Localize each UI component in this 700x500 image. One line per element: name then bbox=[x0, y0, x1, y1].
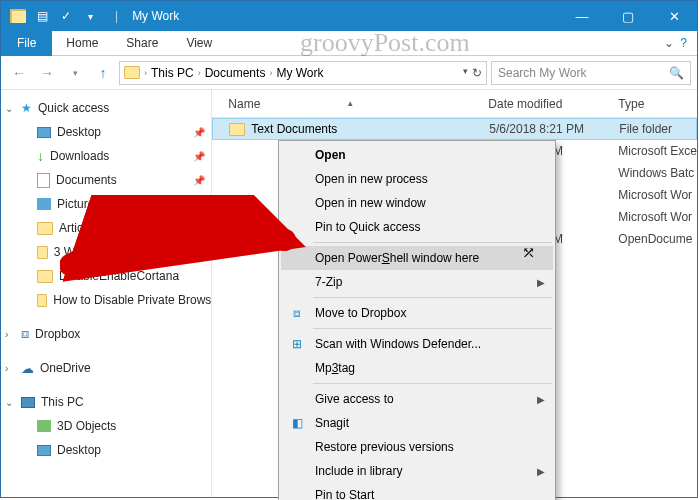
breadcrumb-mywork[interactable]: My Work bbox=[276, 66, 323, 80]
close-button[interactable]: ✕ bbox=[651, 1, 697, 31]
qa-down-icon[interactable]: ▾ bbox=[79, 5, 101, 27]
col-type[interactable]: Type bbox=[618, 97, 697, 111]
navigation-pane[interactable]: ⌄ ★ Quick access Desktop📌 ↓Downloads📌 Do… bbox=[1, 90, 212, 497]
file-name: Text Documents bbox=[251, 122, 337, 136]
separator-icon: | bbox=[115, 9, 118, 23]
menu-label: Mp3tag bbox=[315, 361, 355, 375]
snagit-icon: ◧ bbox=[288, 416, 306, 430]
col-name[interactable]: Name▲ bbox=[228, 97, 488, 111]
file-type: Microsoft Wor bbox=[618, 210, 697, 224]
tab-share[interactable]: Share bbox=[112, 31, 172, 56]
menu-label: Restore previous versions bbox=[315, 440, 454, 454]
chevron-right-icon[interactable]: › bbox=[144, 68, 147, 78]
pictures-icon bbox=[37, 198, 51, 210]
qa-new-icon[interactable]: ✓ bbox=[55, 5, 77, 27]
chevron-right-icon[interactable]: › bbox=[198, 68, 201, 78]
star-icon: ★ bbox=[21, 101, 32, 115]
qa-props-icon[interactable]: ▤ bbox=[31, 5, 53, 27]
tab-view[interactable]: View bbox=[172, 31, 226, 56]
folder-icon bbox=[124, 66, 140, 79]
sidebar-dropbox[interactable]: ›⧈Dropbox bbox=[1, 322, 211, 346]
help-icon[interactable]: ? bbox=[680, 36, 687, 50]
menu-item[interactable]: Open in new process bbox=[281, 167, 553, 191]
caret-down-icon[interactable]: ⌄ bbox=[5, 103, 15, 114]
tab-home[interactable]: Home bbox=[52, 31, 112, 56]
nav-back-button[interactable]: ← bbox=[7, 61, 31, 85]
menu-item[interactable]: ⧈Move to Dropbox bbox=[281, 301, 553, 325]
menu-label: Scan with Windows Defender... bbox=[315, 337, 481, 351]
titlebar: ▤ ✓ ▾ | My Work — ▢ ✕ bbox=[1, 1, 697, 31]
maximize-button[interactable]: ▢ bbox=[605, 1, 651, 31]
nav-recent-button[interactable]: ▾ bbox=[63, 61, 87, 85]
sort-asc-icon: ▲ bbox=[346, 99, 354, 108]
menu-label: Open in new process bbox=[315, 172, 428, 186]
sidebar-item-desktop[interactable]: Desktop📌 bbox=[1, 120, 211, 144]
menu-label: 7-Zip bbox=[315, 275, 342, 289]
sidebar-quick-access[interactable]: ⌄ ★ Quick access bbox=[1, 96, 211, 120]
menu-item[interactable]: Include in library▶ bbox=[281, 459, 553, 483]
menu-item[interactable]: ◧Snagit bbox=[281, 411, 553, 435]
tab-file[interactable]: File bbox=[1, 31, 52, 56]
sidebar-item-3d[interactable]: 3D Objects bbox=[1, 414, 211, 438]
chevron-right-icon[interactable]: › bbox=[269, 68, 272, 78]
caret-down-icon[interactable]: ⌄ bbox=[5, 397, 15, 408]
sidebar-item-documents[interactable]: Documents📌 bbox=[1, 168, 211, 192]
breadcrumb-thispc[interactable]: This PC bbox=[151, 66, 194, 80]
breadcrumb-documents[interactable]: Documents bbox=[205, 66, 266, 80]
menu-item[interactable]: Restore previous versions bbox=[281, 435, 553, 459]
menu-item[interactable]: Pin to Start bbox=[281, 483, 553, 500]
menu-item[interactable]: Mp3tag bbox=[281, 356, 553, 380]
submenu-arrow-icon: ▶ bbox=[537, 466, 545, 477]
pin-icon: 📌 bbox=[193, 175, 205, 186]
folder-icon bbox=[37, 246, 48, 259]
folder-icon bbox=[37, 294, 47, 307]
caret-right-icon[interactable]: › bbox=[5, 363, 15, 374]
nav-up-button[interactable]: ↑ bbox=[91, 61, 115, 85]
refresh-icon[interactable]: ↻ bbox=[472, 66, 482, 80]
menu-item[interactable]: Open bbox=[281, 143, 553, 167]
sidebar-thispc[interactable]: ⌄This PC bbox=[1, 390, 211, 414]
menu-label: Open PowerShell window here bbox=[315, 251, 479, 265]
sidebar-item-desktop2[interactable]: Desktop bbox=[1, 438, 211, 462]
search-placeholder: Search My Work bbox=[498, 66, 586, 80]
menu-item[interactable]: Open in new window bbox=[281, 191, 553, 215]
addr-dropdown-icon[interactable]: ▾ bbox=[463, 66, 468, 80]
label: Quick access bbox=[38, 101, 109, 115]
file-row-selected[interactable]: Text Documents 5/6/2018 8:21 PM File fol… bbox=[212, 118, 697, 140]
menu-item[interactable]: Open PowerShell window here bbox=[281, 246, 553, 270]
minimize-button[interactable]: — bbox=[559, 1, 605, 31]
sidebar-item-private[interactable]: How to Disable Private Brows bbox=[1, 288, 211, 312]
menu-separator bbox=[313, 242, 552, 243]
sidebar-item-downloads[interactable]: ↓Downloads📌 bbox=[1, 144, 211, 168]
address-bar[interactable]: › This PC › Documents › My Work ▾ ↻ bbox=[119, 61, 487, 85]
label: Downloads bbox=[50, 149, 109, 163]
defender-icon: ⊞ bbox=[288, 337, 306, 351]
label: Name bbox=[228, 97, 260, 111]
label: This PC bbox=[41, 395, 84, 409]
submenu-arrow-icon: ▶ bbox=[537, 394, 545, 405]
menu-separator bbox=[313, 383, 552, 384]
onedrive-icon: ☁ bbox=[21, 361, 34, 376]
navbar: ← → ▾ ↑ › This PC › Documents › My Work … bbox=[1, 56, 697, 90]
menu-label: Open in new window bbox=[315, 196, 426, 210]
menu-item[interactable]: 7-Zip▶ bbox=[281, 270, 553, 294]
menu-item[interactable]: Pin to Quick access bbox=[281, 215, 553, 239]
caret-right-icon[interactable]: › bbox=[5, 329, 15, 340]
desktop-icon bbox=[37, 127, 51, 138]
file-type: OpenDocume bbox=[618, 232, 697, 246]
documents-icon bbox=[37, 173, 50, 188]
file-type: File folder bbox=[619, 122, 696, 136]
search-input[interactable]: Search My Work 🔍 bbox=[491, 61, 691, 85]
label: Dropbox bbox=[35, 327, 80, 341]
menu-label: Give access to bbox=[315, 392, 394, 406]
menu-item[interactable]: Give access to▶ bbox=[281, 387, 553, 411]
ribbon-expand-icon[interactable]: ⌄ bbox=[664, 36, 674, 50]
label: Documents bbox=[56, 173, 117, 187]
sidebar-onedrive[interactable]: ›☁OneDrive bbox=[1, 356, 211, 380]
dropbox-icon: ⧈ bbox=[288, 306, 306, 320]
file-date: 5/6/2018 8:21 PM bbox=[489, 122, 619, 136]
pin-icon: 📌 bbox=[193, 127, 205, 138]
folder-icon bbox=[7, 5, 29, 27]
menu-item[interactable]: ⊞Scan with Windows Defender... bbox=[281, 332, 553, 356]
col-date[interactable]: Date modified bbox=[488, 97, 618, 111]
